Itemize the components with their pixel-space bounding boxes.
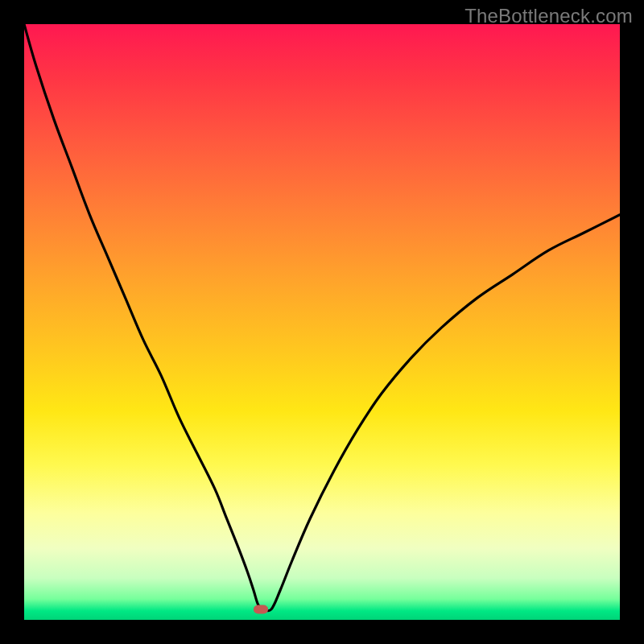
minimum-marker bbox=[254, 605, 268, 613]
watermark-text: TheBottleneck.com bbox=[464, 5, 633, 27]
plot-area bbox=[24, 24, 620, 620]
chart-frame: TheBottleneck.com bbox=[0, 0, 644, 644]
bottleneck-curve bbox=[24, 24, 620, 620]
